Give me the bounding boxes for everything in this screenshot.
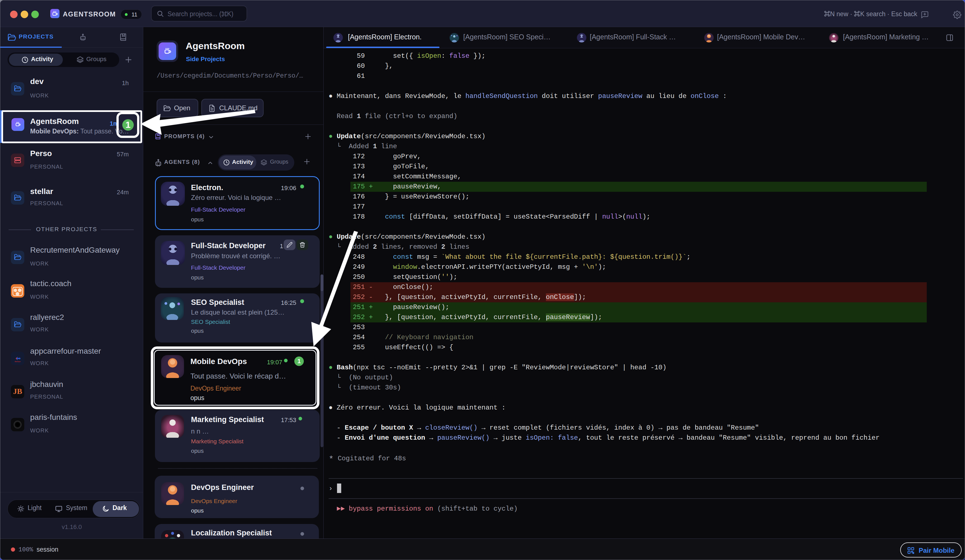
svg-text:Martinique: Martinique	[15, 361, 21, 362]
